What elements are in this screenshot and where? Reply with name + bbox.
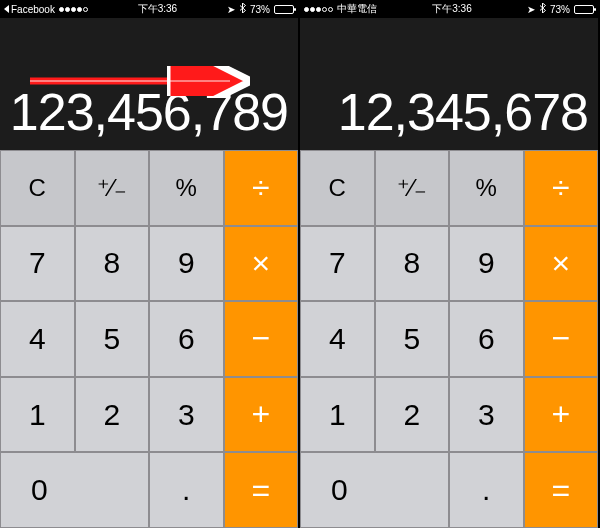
calculator-keypad: C ⁺∕₋ % ÷ 7 8 9 × 4 5 6 − 1 2 3 + 0 . = <box>300 150 598 528</box>
calculator-screen-left: Facebook 下午3:36 ➤ 73% 123,456,789 <box>0 0 300 528</box>
clear-button[interactable]: C <box>300 150 375 226</box>
digit-9-button[interactable]: 9 <box>449 226 524 302</box>
signal-strength-icon <box>59 7 88 12</box>
location-icon: ➤ <box>527 4 535 15</box>
back-to-app[interactable]: Facebook <box>4 4 55 15</box>
equals-button[interactable]: = <box>224 452 299 528</box>
chevron-left-icon <box>4 5 9 13</box>
multiply-button[interactable]: × <box>524 226 599 302</box>
digit-6-button[interactable]: 6 <box>449 301 524 377</box>
digit-1-button[interactable]: 1 <box>300 377 375 453</box>
digit-5-button[interactable]: 5 <box>75 301 150 377</box>
carrier-label: 中華電信 <box>337 2 377 16</box>
calculator-display[interactable]: 123,456,789 <box>0 18 298 150</box>
plus-button[interactable]: + <box>524 377 599 453</box>
calculator-display[interactable]: 12,345,678 <box>300 18 598 150</box>
location-icon: ➤ <box>227 4 235 15</box>
percent-button[interactable]: % <box>149 150 224 226</box>
divide-button[interactable]: ÷ <box>524 150 599 226</box>
status-time: 下午3:36 <box>138 2 177 16</box>
multiply-button[interactable]: × <box>224 226 299 302</box>
minus-button[interactable]: − <box>524 301 599 377</box>
digit-6-button[interactable]: 6 <box>149 301 224 377</box>
status-bar: Facebook 下午3:36 ➤ 73% <box>0 0 298 18</box>
calculator-screen-right: 中華電信 下午3:36 ➤ 73% 12,345,678 C ⁺∕₋ % ÷ 7… <box>300 0 600 528</box>
bluetooth-icon <box>539 3 546 15</box>
battery-icon <box>274 5 294 14</box>
plus-minus-button[interactable]: ⁺∕₋ <box>75 150 150 226</box>
display-value: 123,456,789 <box>10 82 288 142</box>
percent-button[interactable]: % <box>449 150 524 226</box>
digit-8-button[interactable]: 8 <box>75 226 150 302</box>
back-app-label: Facebook <box>11 4 55 15</box>
battery-percent: 73% <box>550 4 570 15</box>
calculator-keypad: C ⁺∕₋ % ÷ 7 8 9 × 4 5 6 − 1 2 3 + 0 . = <box>0 150 298 528</box>
digit-2-button[interactable]: 2 <box>375 377 450 453</box>
status-bar: 中華電信 下午3:36 ➤ 73% <box>300 0 598 18</box>
battery-percent: 73% <box>250 4 270 15</box>
divide-button[interactable]: ÷ <box>224 150 299 226</box>
digit-1-button[interactable]: 1 <box>0 377 75 453</box>
decimal-button[interactable]: . <box>149 452 224 528</box>
minus-button[interactable]: − <box>224 301 299 377</box>
display-value: 12,345,678 <box>338 82 588 142</box>
digit-0-button[interactable]: 0 <box>0 452 149 528</box>
digit-7-button[interactable]: 7 <box>0 226 75 302</box>
battery-icon <box>574 5 594 14</box>
signal-strength-icon <box>304 7 333 12</box>
digit-4-button[interactable]: 4 <box>300 301 375 377</box>
bluetooth-icon <box>239 3 246 15</box>
clear-button[interactable]: C <box>0 150 75 226</box>
decimal-button[interactable]: . <box>449 452 524 528</box>
digit-2-button[interactable]: 2 <box>75 377 150 453</box>
equals-button[interactable]: = <box>524 452 599 528</box>
digit-4-button[interactable]: 4 <box>0 301 75 377</box>
plus-minus-button[interactable]: ⁺∕₋ <box>375 150 450 226</box>
digit-3-button[interactable]: 3 <box>449 377 524 453</box>
digit-8-button[interactable]: 8 <box>375 226 450 302</box>
plus-button[interactable]: + <box>224 377 299 453</box>
digit-9-button[interactable]: 9 <box>149 226 224 302</box>
status-time: 下午3:36 <box>432 2 471 16</box>
digit-5-button[interactable]: 5 <box>375 301 450 377</box>
digit-3-button[interactable]: 3 <box>149 377 224 453</box>
digit-0-button[interactable]: 0 <box>300 452 449 528</box>
digit-7-button[interactable]: 7 <box>300 226 375 302</box>
